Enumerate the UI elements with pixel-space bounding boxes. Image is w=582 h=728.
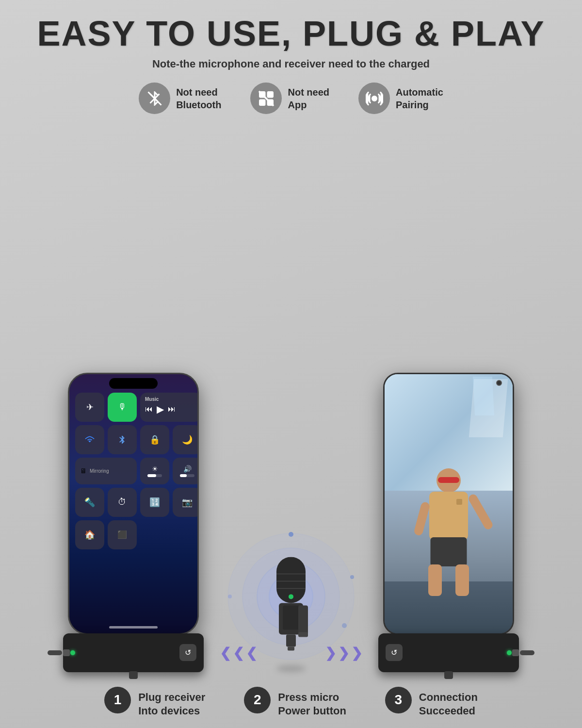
- cc-bluetooth: [108, 425, 137, 454]
- cc-lock: 🔒: [140, 425, 169, 454]
- receiver-right-assembly: ↺: [378, 635, 519, 672]
- step-2-number: 2: [244, 687, 271, 713]
- cc-music-block: Music ⏮ ▶ ⏭: [140, 393, 197, 422]
- cc-play-icon: ▶: [157, 403, 164, 415]
- person-leg-left: [428, 564, 442, 596]
- receiver-left: ↺: [63, 633, 204, 672]
- receiver-left-connector: [129, 671, 138, 679]
- shirt-pocket: [456, 499, 462, 505]
- feature-no-app-label: Not needApp: [288, 86, 329, 111]
- svg-point-14: [342, 623, 347, 628]
- microphone-svg: [264, 557, 318, 654]
- main-title: EASY TO USE, PLUG & PLAY: [37, 15, 545, 53]
- svg-rect-22: [298, 605, 308, 634]
- jack-left: [48, 649, 70, 656]
- cc-qrcode: ⬛: [108, 520, 137, 549]
- receiver-right-led: [507, 650, 512, 655]
- feature-auto-pair-label: AutomaticPairing: [396, 86, 443, 111]
- app-off-icon: [250, 83, 282, 114]
- left-phone-assembly: ✈ 🎙 Music ⏮ ▶ ⏭: [63, 373, 204, 672]
- cc-music-controls: ⏮ ▶ ⏭: [145, 403, 197, 415]
- svg-rect-3: [259, 100, 265, 105]
- feature-no-bluetooth-label: Not needBluetooth: [176, 86, 221, 111]
- receiver-left-assembly: ↺: [63, 635, 204, 672]
- auto-pair-icon: [358, 83, 390, 114]
- step-3-number: 3: [385, 687, 412, 713]
- cc-wifi: [75, 425, 104, 454]
- right-phone-assembly: ↺: [378, 373, 519, 672]
- phone-left-home-bar: [109, 626, 158, 629]
- page-wrapper: EASY TO USE, PLUG & PLAY Note-the microp…: [0, 0, 582, 728]
- svg-rect-24: [286, 634, 296, 646]
- svg-rect-21: [283, 605, 299, 629]
- svg-point-19: [289, 594, 293, 599]
- mic-shadow: [276, 665, 306, 672]
- sunglasses: [438, 477, 459, 483]
- window-graphic: [473, 377, 494, 415]
- phone-left-screen: ✈ 🎙 Music ⏮ ▶ ⏭: [69, 374, 197, 633]
- phone-right: [383, 373, 514, 635]
- person-head: [436, 468, 461, 493]
- phone-left: ✈ 🎙 Music ⏮ ▶ ⏭: [68, 373, 199, 635]
- cc-camera: 📷: [173, 488, 197, 517]
- feature-no-app: Not needApp: [250, 83, 329, 114]
- receiver-right: ↺: [378, 633, 519, 672]
- features-row: Not needBluetooth Not needApp: [139, 83, 443, 114]
- cc-airplane: ✈: [75, 393, 104, 422]
- svg-point-12: [350, 575, 354, 579]
- step-3: 3 ConnectionSucceeded: [385, 687, 478, 718]
- svg-rect-25: [288, 646, 294, 650]
- cc-volume: 🔊: [173, 458, 197, 484]
- svg-rect-2: [268, 92, 273, 97]
- feature-auto-pair: AutomaticPairing: [358, 83, 443, 114]
- receiver-left-btn: ↺: [179, 644, 196, 661]
- receiver-left-led: [70, 650, 75, 655]
- subtitle: Note-the microphone and receiver need to…: [152, 58, 430, 70]
- step-1: 1 Plug receiverInto devices: [104, 687, 205, 718]
- cc-moon: 🌙: [173, 425, 197, 454]
- cc-timer: ⏱: [108, 488, 137, 517]
- receiver-right-content: ↺: [378, 644, 519, 661]
- receiver-left-content: ↺: [63, 644, 204, 661]
- control-center-grid: ✈ 🎙 Music ⏮ ▶ ⏭: [69, 374, 197, 553]
- jack-right: [512, 649, 534, 656]
- person-leg-right: [455, 564, 469, 596]
- receiver-right-btn: ↺: [386, 644, 403, 661]
- step-1-number: 1: [104, 687, 131, 713]
- step-3-label: ConnectionSucceeded: [419, 687, 478, 718]
- person-figure: [420, 468, 478, 595]
- steps-row: 1 Plug receiverInto devices 2 Press micr…: [19, 687, 563, 718]
- cc-calculator: 🔢: [140, 488, 169, 517]
- cc-prev-icon: ⏮: [145, 405, 153, 414]
- phone-right-screen: [385, 374, 513, 633]
- step-1-label: Plug receiverInto devices: [138, 687, 205, 718]
- center-mic-area: ❮ ❮ ❮ ❯ ❯ ❯: [213, 529, 369, 672]
- svg-rect-23: [298, 632, 308, 637]
- cc-microphone: 🎙: [108, 393, 137, 422]
- cc-flashlight: 🔦: [75, 488, 104, 517]
- cc-brightness: ☀: [140, 458, 169, 484]
- step-2-label: Press microPower button: [278, 687, 346, 718]
- cc-next-icon: ⏭: [168, 405, 176, 414]
- bluetooth-off-icon: [139, 83, 170, 114]
- feature-no-bluetooth: Not needBluetooth: [139, 83, 221, 114]
- cc-mirroring: 🖥 Mirroring: [75, 458, 137, 484]
- phone-right-camera: [496, 380, 502, 386]
- svg-point-6: [372, 96, 376, 100]
- cc-mirroring-label: Mirroring: [90, 468, 109, 474]
- cc-home: 🏠: [75, 520, 104, 549]
- phone-left-notch: [109, 378, 158, 389]
- step-2: 2 Press microPower button: [244, 687, 346, 718]
- microphone-graphic: [264, 557, 318, 656]
- svg-point-13: [228, 595, 232, 598]
- main-content: ✈ 🎙 Music ⏮ ▶ ⏭: [19, 129, 563, 672]
- svg-point-11: [289, 532, 293, 537]
- person-torso: [429, 492, 468, 540]
- cc-music-label: Music: [145, 397, 197, 402]
- person-arm-left: [413, 501, 431, 536]
- person-arm-right: [467, 493, 494, 530]
- signal-rings-container: [223, 529, 359, 664]
- receiver-right-connector: [444, 671, 453, 679]
- person-shorts: [431, 537, 467, 566]
